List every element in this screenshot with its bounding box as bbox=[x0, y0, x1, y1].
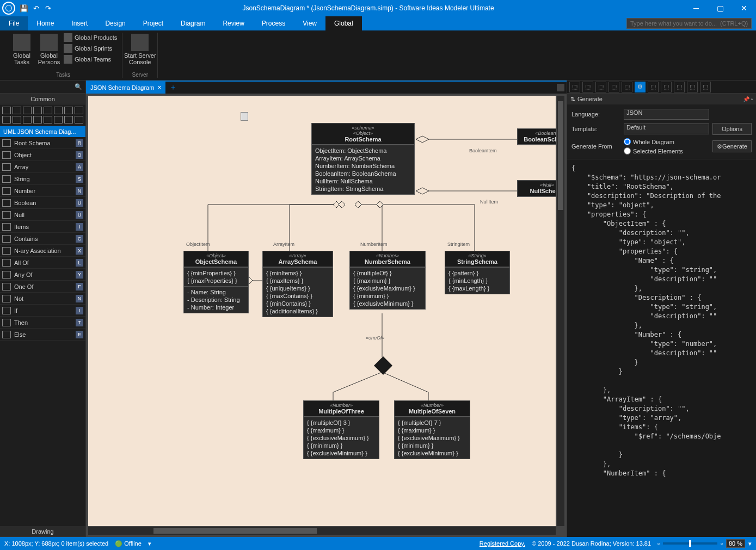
toolbox-item[interactable]: NumberN bbox=[0, 185, 85, 197]
menu-design[interactable]: Design bbox=[96, 16, 134, 30]
radio-whole-diagram[interactable]: Whole Diagram bbox=[624, 138, 709, 145]
radio-selected-elements[interactable]: Selected Elements bbox=[624, 147, 709, 155]
options-button[interactable]: Options bbox=[712, 123, 752, 135]
zoom-dropdown-icon[interactable]: ▾ bbox=[748, 540, 752, 547]
pointer-icon[interactable] bbox=[2, 107, 11, 114]
close-icon[interactable]: × bbox=[157, 84, 161, 91]
panel-tool-icon[interactable]: ⬚ bbox=[687, 82, 698, 92]
menu-global[interactable]: Global bbox=[325, 16, 362, 30]
shape-icon[interactable] bbox=[44, 107, 52, 114]
shape-icon[interactable] bbox=[54, 107, 63, 114]
horizontal-scrollbar[interactable] bbox=[88, 527, 556, 535]
toolbox-item[interactable]: ItemsI bbox=[0, 221, 85, 233]
toolbox-item[interactable]: BooleanU bbox=[0, 197, 85, 209]
shape-icon[interactable] bbox=[75, 107, 83, 114]
toolbox-item[interactable]: ArrayA bbox=[0, 161, 85, 173]
toolbox-item[interactable]: NullU bbox=[0, 209, 85, 221]
vertical-scrollbar[interactable] bbox=[557, 96, 564, 526]
node-multiple-of-three[interactable]: «Number»MultipleOfThree { {multipleOf} 3… bbox=[303, 400, 379, 459]
toolbox-item[interactable]: NotN bbox=[0, 293, 85, 305]
toolbox-item[interactable]: ObjectO bbox=[0, 149, 85, 161]
node-string-schema[interactable]: «String»StringSchema { {pattern} }{ {min… bbox=[445, 251, 510, 294]
menu-process[interactable]: Process bbox=[253, 16, 294, 30]
generate-panel-icon[interactable]: ⚙ bbox=[635, 82, 646, 92]
shape-icon[interactable] bbox=[64, 116, 73, 123]
menu-view[interactable]: View bbox=[294, 16, 325, 30]
tab-dropdown-icon[interactable] bbox=[557, 84, 564, 91]
shape-icon[interactable] bbox=[54, 116, 63, 123]
panel-tool-icon[interactable]: ⬚ bbox=[648, 82, 659, 92]
search-input[interactable] bbox=[626, 18, 752, 29]
menu-home[interactable]: Home bbox=[28, 16, 63, 30]
panel-tool-icon[interactable]: ⬚ bbox=[582, 82, 593, 92]
panel-tool-icon[interactable]: ⬚ bbox=[622, 82, 632, 92]
node-null-schema[interactable]: «Null»NullSchema bbox=[517, 180, 556, 197]
toolbox-item[interactable]: ElseE bbox=[0, 329, 85, 341]
shape-icon[interactable] bbox=[44, 116, 52, 123]
panel-tool-icon[interactable]: ⬚ bbox=[661, 82, 672, 92]
toolbox-item[interactable]: One OfF bbox=[0, 281, 85, 293]
global-persons-button[interactable]: Global Persons bbox=[36, 33, 62, 66]
save-icon[interactable]: 💾 bbox=[20, 4, 28, 13]
registered-copy-link[interactable]: Registered Copy. bbox=[480, 540, 525, 547]
node-array-schema[interactable]: «Array»ArraySchema { {minItems} }{ {maxI… bbox=[262, 251, 333, 317]
sidebar-common-header[interactable]: Common bbox=[0, 94, 85, 104]
panel-tool-icon[interactable]: ⬚ bbox=[609, 82, 619, 92]
panel-tool-icon[interactable]: ⬚ bbox=[674, 82, 685, 92]
panel-tool-icon[interactable]: ⬚ bbox=[569, 82, 580, 92]
menu-review[interactable]: Review bbox=[214, 16, 253, 30]
node-boolean-schema[interactable]: «Boolean»BooleanSchema bbox=[517, 128, 556, 145]
minimize-button[interactable]: ─ bbox=[684, 0, 708, 16]
toolbox-item[interactable]: IfI bbox=[0, 305, 85, 317]
toolbox-item[interactable]: ContainsC bbox=[0, 233, 85, 245]
shape-icon[interactable] bbox=[33, 107, 42, 114]
menu-insert[interactable]: Insert bbox=[63, 16, 96, 30]
shape-icon[interactable] bbox=[13, 107, 21, 114]
node-object-schema[interactable]: «Object»ObjectSchema { {minProperties} }… bbox=[183, 251, 249, 313]
global-teams-button[interactable]: Global Teams bbox=[63, 54, 118, 64]
toolbox-item[interactable]: Root SchemaR bbox=[0, 137, 85, 149]
status-dropdown-icon[interactable]: ▾ bbox=[148, 540, 151, 547]
menu-file[interactable]: File bbox=[0, 16, 28, 30]
menu-project[interactable]: Project bbox=[134, 16, 172, 30]
zoom-value[interactable]: 80 % bbox=[726, 539, 745, 548]
panel-tool-icon[interactable]: ⬚ bbox=[700, 82, 711, 92]
code-output[interactable]: { "$schema": "https://json-schema.or "ti… bbox=[567, 159, 756, 537]
shape-icon[interactable] bbox=[23, 107, 32, 114]
start-server-button[interactable]: Start Server Console bbox=[127, 33, 153, 66]
generate-button[interactable]: ⚙ Generate bbox=[712, 140, 752, 152]
tab-json-schema[interactable]: JSON Schema Diagram× bbox=[86, 82, 165, 94]
shape-icon[interactable] bbox=[23, 116, 32, 123]
status-offline[interactable]: 🟢 Offline bbox=[115, 540, 142, 547]
node-root-schema[interactable]: «schema»«Object»RootSchema ObjectItem: O… bbox=[311, 123, 415, 195]
toolbox-item[interactable]: StringS bbox=[0, 173, 85, 185]
global-sprints-button[interactable]: Global Sprints bbox=[63, 44, 118, 53]
maximize-button[interactable]: ▢ bbox=[708, 0, 732, 16]
add-tab-button[interactable]: ＋ bbox=[168, 82, 179, 93]
redo-icon[interactable]: ↷ bbox=[44, 4, 52, 13]
zoom-in-icon[interactable]: ▫ bbox=[721, 540, 723, 547]
diagram-canvas[interactable]: BooleanItem NullItem ObjectItem ArrayIte… bbox=[88, 96, 556, 526]
toolbox-item[interactable]: ThenT bbox=[0, 317, 85, 329]
global-products-button[interactable]: Global Products bbox=[63, 33, 118, 42]
decision-node[interactable] bbox=[374, 356, 392, 375]
shape-icon[interactable] bbox=[33, 116, 42, 123]
shape-icon[interactable] bbox=[2, 116, 11, 123]
panel-tool-icon[interactable]: ⬚ bbox=[595, 82, 606, 92]
toolbox-item[interactable]: All OfL bbox=[0, 257, 85, 269]
undo-icon[interactable]: ↶ bbox=[32, 4, 40, 13]
pin-icon[interactable]: 📌 ▫ bbox=[743, 96, 753, 102]
toolbox-item[interactable]: N-ary AssociationX bbox=[0, 245, 85, 257]
global-tasks-button[interactable]: Global Tasks bbox=[9, 33, 35, 66]
zoom-slider[interactable] bbox=[663, 542, 717, 545]
sidebar-drawing-header[interactable]: Drawing bbox=[0, 526, 85, 537]
close-button[interactable]: ✕ bbox=[732, 0, 756, 16]
node-number-schema[interactable]: «Number»NumberSchema { {multipleOf} }{ {… bbox=[349, 251, 426, 310]
node-multiple-of-seven[interactable]: «Number»MultipleOfSeven { {multipleOf} 7… bbox=[394, 400, 470, 459]
sidebar-search[interactable]: 🔍 bbox=[0, 81, 85, 94]
shape-icon[interactable] bbox=[75, 116, 83, 123]
template-select[interactable]: Default bbox=[624, 123, 709, 134]
shape-icon[interactable] bbox=[64, 107, 73, 114]
toolbox-item[interactable]: Any OfY bbox=[0, 269, 85, 281]
menu-diagram[interactable]: Diagram bbox=[172, 16, 214, 30]
